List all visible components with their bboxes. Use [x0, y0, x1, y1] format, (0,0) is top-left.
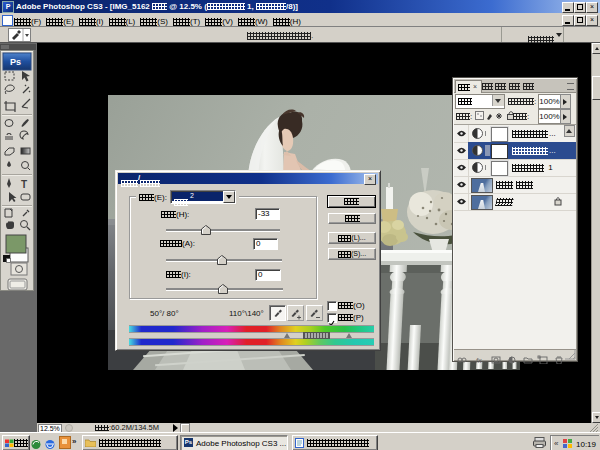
- svg-text:fx: fx: [476, 357, 482, 364]
- svg-text:T: T: [21, 179, 27, 190]
- svg-text:Ps: Ps: [10, 57, 21, 67]
